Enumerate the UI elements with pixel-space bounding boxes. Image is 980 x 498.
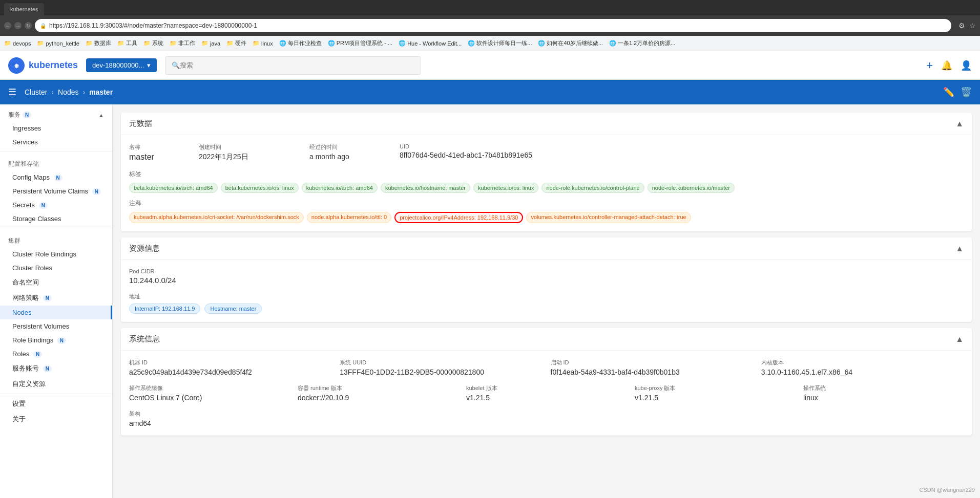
bookmark-40[interactable]: 如何在40岁后继续做... bbox=[538, 39, 602, 47]
sidebar-item-settings[interactable]: 设置 bbox=[0, 396, 112, 412]
search-bar[interactable]: 🔍 bbox=[165, 56, 421, 75]
k8s-title: kubernetes bbox=[29, 60, 78, 71]
system-collapse-btn[interactable]: ▲ bbox=[955, 335, 964, 344]
sidebar-item-roles[interactable]: Roles N bbox=[0, 347, 112, 361]
browser-tab[interactable]: kubernetes bbox=[4, 3, 44, 15]
bookmark-prm[interactable]: PRM项目管理系统 - ... bbox=[328, 39, 392, 47]
bookmark-db[interactable]: 数据库 bbox=[86, 39, 111, 47]
bookmark-icon[interactable]: ☆ bbox=[969, 21, 976, 30]
system-uuid-label: 系统 UUID bbox=[340, 359, 542, 366]
bookmark-system[interactable]: 系统 bbox=[143, 39, 163, 47]
resource-title: 资源信息 bbox=[129, 244, 160, 253]
lock-icon: 🔒 bbox=[40, 23, 46, 29]
extensions-icon[interactable]: ⚙ bbox=[958, 21, 965, 30]
created-label: 创建时间 bbox=[199, 143, 301, 151]
forward-button[interactable]: → bbox=[14, 22, 22, 29]
bookmark-devops[interactable]: devops bbox=[4, 40, 31, 47]
breadcrumb-cluster[interactable]: Cluster bbox=[25, 88, 47, 96]
name-label: 名称 bbox=[129, 143, 191, 151]
resource-collapse-btn[interactable]: ▲ bbox=[955, 244, 964, 253]
pod-cidr-label: Pod CIDR bbox=[129, 268, 964, 274]
edit-icon[interactable]: ✏️ bbox=[943, 86, 954, 98]
delete-icon[interactable]: 🗑️ bbox=[961, 86, 972, 98]
content-area: 元数据 ▲ 名称 master 创建时间 2022年1月25日 bbox=[113, 104, 980, 498]
breadcrumb-current: master bbox=[89, 88, 113, 96]
system-title: 系统信息 bbox=[129, 334, 160, 344]
os-field: 操作系统 linux bbox=[803, 384, 964, 402]
bookmark-house[interactable]: 一条1.2万单价的房源... bbox=[609, 39, 675, 47]
metadata-card-header: 元数据 ▲ bbox=[121, 113, 972, 135]
sidebar-item-serviceaccounts[interactable]: 服务账号 N bbox=[0, 361, 112, 376]
menu-icon[interactable]: ☰ bbox=[8, 86, 16, 98]
container-runtime-label: 容器 runtime 版本 bbox=[298, 384, 458, 392]
bookmark-nonwork[interactable]: 非工作 bbox=[170, 39, 195, 47]
kubelet-value: v1.21.5 bbox=[466, 394, 627, 402]
sidebar-item-namespaces[interactable]: 命名空间 bbox=[0, 275, 112, 290]
sysinfo-row: 操作系统镜像 CentOS Linux 7 (Core) 容器 runtime … bbox=[129, 384, 964, 427]
sidebar-item-services[interactable]: Services bbox=[0, 135, 112, 149]
services-collapse-btn[interactable]: ▲ bbox=[98, 112, 104, 118]
sidebar-item-networkpolicies[interactable]: 网络策略 N bbox=[0, 290, 112, 306]
sidebar-item-crb[interactable]: Cluster Role Bindings bbox=[0, 247, 112, 261]
bookmark-python[interactable]: python_kettle bbox=[37, 40, 79, 47]
boot-id-field: 启动 ID f0f14eab-54a9-4331-baf4-d4b39f0b01… bbox=[551, 359, 753, 376]
breadcrumb-bar: ☰ Cluster › Nodes › master ✏️ 🗑️ bbox=[0, 80, 980, 104]
machine-id-label: 机器 ID bbox=[129, 359, 331, 366]
label-chip: beta.kubernetes.io/os: linux bbox=[221, 183, 299, 193]
sa-badge: N bbox=[43, 365, 52, 372]
sidebar-item-storage-classes[interactable]: Storage Classes bbox=[0, 212, 112, 226]
config-section-label: 配置和存储 bbox=[8, 160, 39, 168]
bookmark-hue[interactable]: Hue - Workflow Edit... bbox=[399, 40, 462, 47]
sidebar-item-pv[interactable]: Persistent Volumes bbox=[0, 319, 112, 333]
kube-proxy-value: v1.21.5 bbox=[635, 394, 795, 402]
label-chip: kubernetes.io/os: linux bbox=[473, 183, 538, 193]
sidebar-item-about[interactable]: 关于 bbox=[0, 412, 112, 427]
pvc-badge: N bbox=[92, 188, 101, 195]
search-input[interactable] bbox=[180, 61, 414, 69]
sidebar-item-pvc[interactable]: Persistent Volume Claims N bbox=[0, 184, 112, 198]
addresses-label: 地址 bbox=[129, 293, 964, 300]
sidebar-item-rolebindings[interactable]: Role Bindings N bbox=[0, 333, 112, 347]
name-value: master bbox=[129, 153, 191, 162]
metadata-collapse-btn[interactable]: ▲ bbox=[955, 119, 964, 128]
bookmark-hardware[interactable]: 硬件 bbox=[226, 39, 246, 47]
services-section-label: 服务 bbox=[8, 111, 20, 119]
bookmark-java[interactable]: java bbox=[201, 40, 220, 47]
sidebar-item-nodes[interactable]: Nodes bbox=[0, 306, 112, 319]
pod-cidr-value: 10.244.0.0/24 bbox=[129, 276, 964, 285]
sidebar-divider-3 bbox=[0, 394, 112, 394]
sidebar-item-secrets[interactable]: Secrets N bbox=[0, 198, 112, 212]
bookmark-software[interactable]: 软件设计师每日一练... bbox=[468, 39, 532, 47]
plus-button[interactable]: + bbox=[926, 59, 933, 72]
kube-proxy-field: kube-proxy 版本 v1.21.5 bbox=[635, 384, 795, 402]
notification-icon[interactable]: 🔔 bbox=[941, 60, 952, 71]
sidebar-item-ingresses[interactable]: Ingresses bbox=[0, 121, 112, 135]
system-uuid-value: 13FFF4E0-1DD2-11B2-9DB5-000000821800 bbox=[340, 368, 542, 376]
bookmark-daily[interactable]: 每日作业检查 bbox=[279, 39, 322, 47]
sidebar-item-configmaps[interactable]: Config Maps N bbox=[0, 170, 112, 184]
np-badge: N bbox=[43, 295, 52, 301]
sidebar-item-cr[interactable]: Cluster Roles bbox=[0, 261, 112, 275]
os-image-label: 操作系统镜像 bbox=[129, 384, 289, 392]
sysinfo-grid: 机器 ID a25c9c049ab14d439e734d09ed85f4f2 系… bbox=[129, 359, 964, 376]
uid-value: 8ff076d4-5edd-41ed-abc1-7b481b891e65 bbox=[400, 151, 964, 159]
url-text: https://192.168.11.9:30003/#/node/master… bbox=[49, 22, 946, 29]
namespace-selector[interactable]: dev-188000000... ▾ bbox=[86, 58, 157, 72]
bookmark-linux[interactable]: linux bbox=[253, 40, 273, 47]
address-chip: Hostname: master bbox=[204, 304, 262, 314]
breadcrumb-nodes[interactable]: Nodes bbox=[58, 88, 78, 96]
created-value: 2022年1月25日 bbox=[199, 153, 301, 162]
configmaps-badge: N bbox=[54, 175, 62, 181]
machine-id-value: a25c9c049ab14d439e734d09ed85f4f2 bbox=[129, 368, 331, 376]
sidebar-item-customresources[interactable]: 自定义资源 bbox=[0, 376, 112, 392]
name-field: 名称 master bbox=[129, 143, 191, 162]
system-card-body: 机器 ID a25c9c049ab14d439e734d09ed85f4f2 系… bbox=[121, 351, 972, 436]
address-bar[interactable]: 🔒 https://192.168.11.9:30003/#/node/mast… bbox=[35, 19, 951, 32]
refresh-button[interactable]: ↻ bbox=[25, 22, 32, 29]
back-button[interactable]: ← bbox=[4, 22, 11, 29]
account-icon[interactable]: 👤 bbox=[961, 60, 972, 71]
metadata-title: 元数据 bbox=[129, 119, 152, 128]
bookmark-tools[interactable]: 工具 bbox=[117, 39, 137, 47]
kubelet-label: kubelet 版本 bbox=[466, 384, 627, 392]
topnav-actions: + 🔔 👤 bbox=[926, 59, 972, 72]
